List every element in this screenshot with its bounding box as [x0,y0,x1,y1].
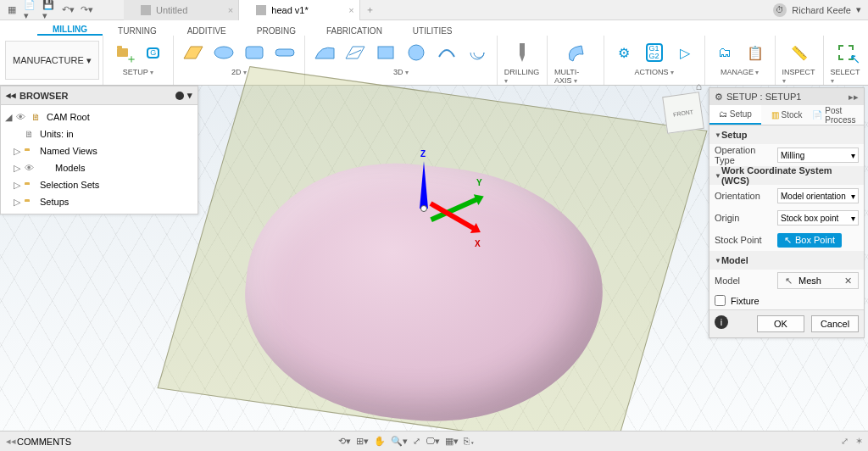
tree-item-units[interactable]: 🗎 Units: in [1,125,198,142]
tree-item-models[interactable]: ▷ 👁 Models [1,159,198,176]
setup-new-icon[interactable]: ＋ [110,40,136,65]
panel-tab-setup[interactable]: 🗂Setup [709,105,761,125]
tool-library-icon[interactable]: 🗂 [712,40,737,65]
wcs-origin-handle[interactable] [420,205,427,212]
group-inspect[interactable]: INSPECT [782,68,816,85]
tree-item-named-views[interactable]: ▷ Named Views [1,142,198,159]
save-icon[interactable]: 💾▾ [42,3,56,17]
group-actions[interactable]: ACTIONS [634,68,673,76]
axis-z[interactable] [420,161,428,209]
redo-icon[interactable]: ↷▾ [80,3,93,17]
3d-adaptive-icon[interactable] [312,40,337,65]
fit-icon[interactable]: ⤢ [413,436,420,447]
simulate-icon[interactable]: ▷ [672,40,698,65]
3d-spiral-icon[interactable] [465,40,490,65]
group-2d[interactable]: 2D [231,68,247,76]
panel-tab-stock[interactable]: ▥Stock [761,105,813,125]
tree-item-setups[interactable]: ▷ Setups [1,193,198,210]
multiaxis-swarf-icon[interactable] [563,40,588,65]
section-setup[interactable]: Setup [709,125,864,144]
group-select[interactable]: SELECT [831,68,861,85]
setup-sheet-icon[interactable]: G [141,40,166,65]
3d-pencil-icon[interactable] [434,40,459,65]
2d-adaptive-icon[interactable] [211,40,236,65]
group-multiaxis[interactable]: MULTI-AXIS [554,68,597,85]
pointer-icon[interactable]: ↖ [782,274,795,287]
user-menu-caret[interactable]: ▾ [856,4,861,15]
select-icon[interactable]: ↖ [833,40,859,65]
origin-select[interactable]: Stock box point▾ [777,210,859,226]
operation-type-select[interactable]: Milling▾ [777,148,859,163]
3d-scallop-icon[interactable] [403,40,429,65]
grid-icon[interactable]: ▦▾ [445,436,459,447]
panel-tab-post[interactable]: 📄Post Process [812,105,864,125]
view-cube[interactable]: FRONT [662,92,704,134]
axis-z-label: Z [420,149,426,159]
doc-tab-head[interactable]: head v1* × [239,0,359,20]
apps-icon[interactable]: ▦ [5,3,19,17]
panel-forward-icon[interactable]: ▸▸ [849,92,859,103]
2d-face-icon[interactable] [181,40,206,65]
orientation-label: Orientation [715,191,772,201]
group-drilling[interactable]: DRILLING [504,68,540,85]
drill-icon[interactable] [509,40,535,65]
cancel-button[interactable]: Cancel [811,315,859,332]
close-icon[interactable]: × [348,5,353,15]
visibility-icon[interactable]: 👁 [16,112,28,122]
measure-icon[interactable]: 📏 [787,40,812,65]
user-name[interactable]: Richard Keefe [792,5,851,15]
undo-icon[interactable]: ↶▾ [61,3,75,17]
orbit-icon[interactable]: ⟲▾ [338,436,351,447]
post-process-icon[interactable]: G1G2 [642,40,667,65]
orientation-select[interactable]: Model orientation▾ [777,188,859,203]
info-icon[interactable]: i [715,315,728,329]
generate-icon[interactable]: ⚙ [611,40,637,65]
pan-icon[interactable]: ✋ [374,436,386,447]
display-icon[interactable]: 🖵▾ [426,436,440,447]
visibility-icon[interactable]: 👁 [25,163,36,173]
close-icon[interactable]: × [228,5,233,15]
operation-type-value: Milling [781,151,804,160]
workspace-selector[interactable]: MANUFACTURE ▾ [5,41,99,80]
ribbon-tab-probing[interactable]: PROBING [242,26,311,36]
ribbon-tab-fabrication[interactable]: FABRICATION [311,26,398,36]
ribbon-tab-milling[interactable]: MILLING [37,25,103,36]
group-manage[interactable]: MANAGE [721,68,759,76]
group-setup[interactable]: SETUP [123,68,153,76]
ribbon-tab-turning[interactable]: TURNING [103,26,172,36]
zoom-icon[interactable]: 🔍▾ [391,436,408,447]
clear-icon[interactable]: ✕ [841,274,854,287]
3d-horizontal-icon[interactable] [373,40,398,65]
task-manager-icon[interactable]: 📋 [743,40,768,65]
settings-icon[interactable]: ✶ [855,436,863,447]
group-3d[interactable]: 3D [393,68,409,76]
2d-contour-icon[interactable] [242,40,267,65]
comments-toggle-icon[interactable]: ◂◂ [5,436,17,447]
file-new-icon[interactable]: 📄▾ [24,3,37,17]
stock-point-label: Stock Point [715,235,772,245]
expand-icon[interactable]: ⤢ [841,436,849,447]
doc-tab-untitled[interactable]: Untitled × [124,0,239,20]
home-view-icon[interactable]: ⌂ [696,81,702,92]
3d-parallel-icon[interactable] [342,40,368,65]
ribbon-tab-utilities[interactable]: UTILITIES [398,26,468,36]
section-model[interactable]: Model [709,251,864,270]
section-wcs[interactable]: Work Coordinate System (WCS) [709,166,864,185]
browser-options-icon[interactable] [175,92,184,100]
box-point-button[interactable]: ↖Box Point [777,233,842,248]
comments-label[interactable]: COMMENTS [17,437,71,447]
look-at-icon[interactable]: ⊞▾ [356,436,369,447]
tree-item-selection-sets[interactable]: ▷ Selection Sets [1,176,198,193]
fixture-checkbox-row[interactable]: Fixture [709,292,864,309]
browser-pin-icon[interactable]: ▾ [187,90,192,101]
new-tab-button[interactable]: ＋ [360,0,381,20]
browser-collapse-icon[interactable]: ◂◂ [6,90,16,101]
2d-slot-icon[interactable] [272,40,298,65]
snapshot-icon[interactable]: ⎘▾ [464,436,476,447]
fixture-checkbox[interactable] [715,295,726,306]
ribbon-tab-additive[interactable]: ADDITIVE [172,26,242,36]
tree-root[interactable]: ◢ 👁 🗎 CAM Root [1,109,198,125]
tree-item-label: Units: in [40,129,198,139]
notifications-icon[interactable]: ⏱ [773,3,787,17]
ok-button[interactable]: OK [757,315,804,332]
